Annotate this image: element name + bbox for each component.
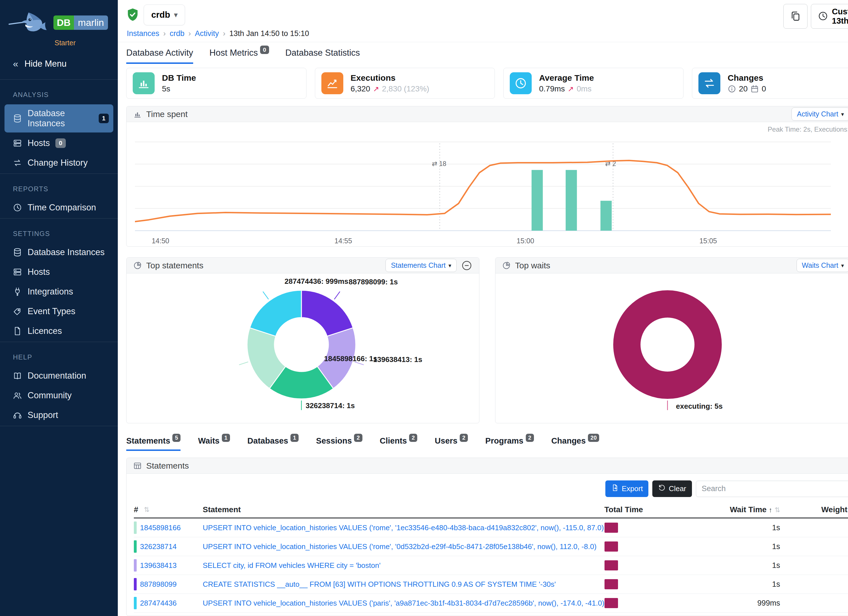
table-header-row: #⇅ Statement Total Time Wait Time↑⇅ Weig…: [134, 502, 848, 518]
tab-changes[interactable]: Changes20: [551, 436, 599, 451]
sidebar-item-integrations[interactable]: Integrations: [4, 283, 113, 301]
breadcrumb-item-13th-jan-14-50-to-15-10: 13th Jan 14:50 to 15:10: [230, 29, 309, 38]
sidebar-item-time-comparison[interactable]: Time Comparison: [4, 199, 113, 217]
search-input[interactable]: [696, 481, 848, 497]
statements-chart-select[interactable]: Statements Chart ▾: [385, 259, 457, 272]
statement-link[interactable]: UPSERT INTO vehicle_location_histories V…: [203, 524, 604, 532]
sort-icon[interactable]: ⇅: [774, 506, 780, 514]
tags-icon: [13, 307, 22, 316]
x-tick-label: 14:50: [151, 237, 169, 245]
sidebar-divider: [0, 79, 118, 80]
chevron-down-icon: ▾: [174, 11, 178, 19]
tab-host-metrics[interactable]: Host Metrics0: [209, 48, 269, 64]
statement-link[interactable]: SELECT city, id FROM vehicles WHERE city…: [203, 561, 380, 570]
activity-chart-select[interactable]: Activity Chart ▾: [792, 107, 848, 121]
clock-icon: [510, 72, 532, 94]
sidebar-item-hosts[interactable]: Hosts: [4, 263, 113, 281]
waits-chart-select[interactable]: Waits Chart ▾: [796, 259, 848, 272]
sidebar-item-event-types[interactable]: Event Types: [4, 302, 113, 321]
kpi-card-executions: Executions6,320↗2,830 (123%): [315, 68, 495, 99]
sidebar-item-documentation[interactable]: Documentation: [4, 367, 113, 385]
line-chart-icon: [322, 72, 343, 94]
table-row: 326238714UPSERT INTO vehicle_location_hi…: [134, 537, 848, 556]
trend-up-icon: ↗: [373, 85, 379, 94]
swap-icon: [13, 158, 22, 167]
sidebar-item-licences[interactable]: Licences: [4, 322, 113, 340]
sort-asc-icon[interactable]: ↑: [769, 506, 772, 514]
breadcrumb-item-activity[interactable]: Activity: [195, 29, 219, 38]
table-row: 287474436UPSERT INTO vehicle_location_hi…: [134, 594, 848, 613]
export-button[interactable]: Export: [605, 481, 648, 497]
statements-donut-chart[interactable]: 887898099: 1s139638413: 1s326238714: 1s1…: [126, 273, 479, 423]
sidebar-item-hosts[interactable]: Hosts0: [4, 134, 113, 152]
total-time-bar: [605, 522, 618, 533]
sidebar-item-label: Documentation: [28, 371, 86, 381]
breadcrumb-item-instances[interactable]: Instances: [127, 29, 159, 38]
statement-color-marker: [134, 521, 136, 534]
statement-link[interactable]: CREATE STATISTICS __auto__ FROM [63] WIT…: [203, 580, 556, 588]
clear-button[interactable]: Clear: [652, 481, 692, 497]
logo-wordmark: DB marlin: [53, 15, 108, 30]
sidebar-item-database-instances[interactable]: Database Instances: [4, 243, 113, 261]
tab-label: Users: [435, 436, 457, 447]
collapse-chevrons-icon: «: [13, 58, 18, 69]
time-range-mode: Custom: [832, 7, 848, 16]
clear-label: Clear: [669, 484, 686, 493]
sort-icon[interactable]: ⇅: [144, 506, 150, 514]
slice-label-887898099: 887898099: 1s: [348, 278, 398, 286]
time-spent-panel: Time spent Activity Chart ▾ Peak Time: 2…: [126, 106, 848, 247]
sidebar-item-label: Hosts: [28, 138, 50, 148]
sidebar-item-database-instances[interactable]: Database Instances1: [4, 104, 113, 132]
tab-waits[interactable]: Waits1: [198, 436, 230, 451]
statement-id-link[interactable]: 1845898166: [140, 524, 181, 532]
statement-id-link[interactable]: 287474436: [140, 599, 176, 607]
slice-label-326238714: 326238714: 1s: [305, 401, 355, 410]
tab-sessions[interactable]: Sessions2: [316, 436, 362, 451]
statement-id-link[interactable]: 887898099: [140, 580, 176, 589]
file-icon: [13, 327, 22, 335]
info-icon: [728, 85, 736, 93]
tab-statements[interactable]: Statements5: [126, 436, 181, 451]
slice-label-139638413: 139638413: 1s: [373, 355, 422, 364]
sidebar-item-support[interactable]: Support: [4, 406, 113, 424]
tab-database-activity[interactable]: Database Activity: [126, 48, 193, 64]
waits-donut-chart[interactable]: executing: 5s: [495, 273, 848, 423]
col-header-total-time[interactable]: Total Time: [605, 505, 643, 514]
tab-users[interactable]: Users2: [435, 436, 468, 451]
collapse-panel-icon[interactable]: [461, 260, 472, 271]
statement-link[interactable]: UPSERT INTO vehicle_location_histories V…: [203, 542, 597, 551]
col-header-wait-time[interactable]: Wait Time: [730, 505, 767, 514]
activity-plot[interactable]: ⇄ 18⇄ 2: [135, 138, 848, 235]
detail-tabs: Statements5Waits1Databases1Sessions2Clie…: [118, 423, 848, 451]
instance-selector[interactable]: crdb ▾: [144, 4, 185, 25]
statement-link[interactable]: UPSERT INTO vehicle_location_histories V…: [203, 599, 605, 607]
col-header-weight[interactable]: Weight %: [821, 505, 848, 514]
slice-label-287474436: 287474436: 999ms: [285, 277, 348, 286]
tab-label: Programs: [485, 436, 523, 447]
svg-text:⇄ 18: ⇄ 18: [432, 160, 446, 167]
main-tabs: Database ActivityHost Metrics0Database S…: [118, 42, 848, 64]
sidebar-item-label: Change History: [28, 158, 88, 168]
col-header-statement[interactable]: Statement: [203, 505, 241, 514]
tab-clients[interactable]: Clients2: [380, 436, 418, 451]
count-badge: 2: [354, 434, 362, 442]
count-badge: 2: [526, 434, 534, 442]
kpi-title: DB Time: [162, 73, 196, 83]
total-time-bar: [605, 579, 618, 589]
logo-block: DB marlin Starter: [0, 0, 118, 50]
changes-event-count: 0: [762, 85, 766, 94]
tab-programs[interactable]: Programs2: [485, 436, 534, 451]
sidebar-item-change-history[interactable]: Change History: [4, 154, 113, 172]
time-range-button[interactable]: Custom 13th Jan: [811, 4, 848, 29]
statements-panel: Statements Export Clear: [126, 458, 848, 616]
statement-id-link[interactable]: 326238714: [140, 542, 176, 551]
tab-database-statistics[interactable]: Database Statistics: [285, 48, 360, 64]
col-header-id[interactable]: #: [134, 505, 138, 514]
hide-menu-button[interactable]: « Hide Menu: [0, 50, 118, 78]
sidebar-item-community[interactable]: Community: [4, 386, 113, 404]
statement-id-link[interactable]: 139638413: [140, 561, 176, 570]
breadcrumb-item-crdb[interactable]: crdb: [170, 29, 185, 38]
tab-databases[interactable]: Databases1: [248, 436, 299, 451]
copy-link-button[interactable]: [783, 4, 808, 29]
panel-title: Time spent: [146, 110, 188, 119]
